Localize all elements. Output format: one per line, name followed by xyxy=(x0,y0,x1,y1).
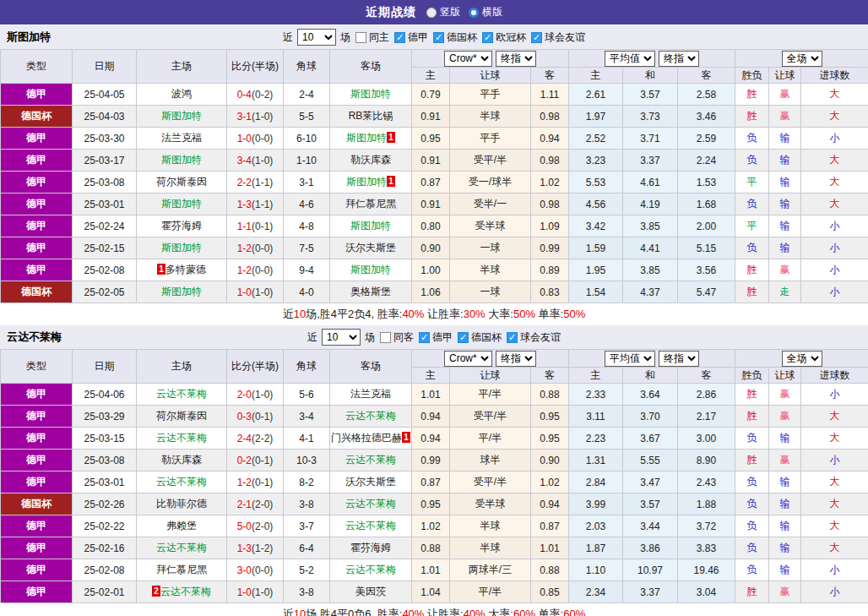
match-date: 25-02-26 xyxy=(73,493,137,515)
away-team[interactable]: 奥格斯堡 xyxy=(350,286,391,297)
home-team[interactable]: 云达不莱梅 xyxy=(156,542,207,553)
away-team[interactable]: 云达不莱梅 xyxy=(345,520,396,532)
same-venue-checkbox[interactable] xyxy=(355,32,366,43)
home-team[interactable]: 霍芬海姆 xyxy=(161,220,202,232)
home-team[interactable]: 比勒菲尔德 xyxy=(156,498,207,510)
odds-type-select[interactable]: 终指 xyxy=(496,51,536,67)
league-filter-checkbox[interactable] xyxy=(394,32,405,43)
fulltime-score: 0-4 xyxy=(237,89,252,101)
away-team[interactable]: 云达不莱梅 xyxy=(345,498,396,510)
home-team[interactable]: 波鸿 xyxy=(171,88,192,100)
home-team-cell: 1多特蒙德 xyxy=(137,259,227,281)
away-team[interactable]: 云达不莱梅 xyxy=(345,564,396,575)
home-team[interactable]: 拜仁慕尼黑 xyxy=(156,564,207,575)
avg-draw-odds: 3.71 xyxy=(623,128,678,150)
odds-type-select-2[interactable]: 终指 xyxy=(659,351,699,367)
away-team[interactable]: 云达不莱梅 xyxy=(345,410,396,422)
odds-type-select[interactable]: 终指 xyxy=(496,351,536,367)
home-team[interactable]: 多特蒙德 xyxy=(165,264,206,275)
away-team[interactable]: RB莱比锡 xyxy=(349,110,393,122)
result-goals: 大 xyxy=(801,406,868,428)
summary-segment: 40% xyxy=(402,608,424,616)
home-team[interactable]: 法兰克福 xyxy=(161,132,202,144)
average-select[interactable]: 平均值 xyxy=(605,51,655,67)
league-filter-checkbox[interactable] xyxy=(531,32,542,43)
scope-select[interactable]: 全场 xyxy=(782,51,822,67)
home-team[interactable]: 斯图加特 xyxy=(161,242,202,253)
away-team[interactable]: 斯图加特 xyxy=(346,176,387,188)
away-team[interactable]: 美因茨 xyxy=(355,586,386,597)
bookmaker-select[interactable]: Crow* xyxy=(444,351,492,367)
fulltime-score: 3-0 xyxy=(237,564,252,576)
away-team[interactable]: 斯图加特 xyxy=(350,220,391,232)
away-team-cell: 云达不莱梅 xyxy=(330,559,412,581)
handicap-home-odds: 1.01 xyxy=(412,559,450,581)
away-team-cell: 霍芬海姆 xyxy=(330,537,412,559)
halftime-score: (0-1) xyxy=(252,455,273,466)
halftime-score: (1-0) xyxy=(252,586,273,598)
away-team[interactable]: 勒沃库森 xyxy=(350,154,391,166)
league-filter-checkbox[interactable] xyxy=(507,332,518,343)
home-team[interactable]: 云达不莱梅 xyxy=(160,586,211,597)
result-goals: 大 xyxy=(801,106,868,128)
league-filter-checkbox[interactable] xyxy=(419,332,430,343)
avg-draw-odds: 4.19 xyxy=(623,194,678,215)
summary-segment: 近 xyxy=(283,607,294,616)
league-badge: 德甲 xyxy=(1,194,73,215)
handicap-line: 受半/一 xyxy=(450,194,531,215)
halftime-score: (1-2) xyxy=(252,542,273,554)
filter-controls: 近10场同客德甲德国杯球会友谊 xyxy=(307,329,561,346)
avg-home-odds: 3.11 xyxy=(569,406,623,428)
result-outcome: 负 xyxy=(735,559,769,581)
away-team[interactable]: 霍芬海姆 xyxy=(350,542,391,553)
home-team[interactable]: 弗赖堡 xyxy=(166,520,197,532)
home-team[interactable]: 斯图加特 xyxy=(161,154,202,166)
away-team[interactable]: 沃尔夫斯堡 xyxy=(345,476,396,488)
match-count-select[interactable]: 10 xyxy=(297,29,336,46)
away-team[interactable]: 云达不莱梅 xyxy=(345,454,396,466)
average-select[interactable]: 平均值 xyxy=(605,351,655,367)
same-venue-checkbox[interactable] xyxy=(380,332,391,343)
result-handicap: 输 xyxy=(769,428,801,450)
match-score: 2-0(1-0) xyxy=(227,384,284,406)
avg-draw-odds: 3.85 xyxy=(623,259,678,281)
fulltime-score: 2-0 xyxy=(237,389,252,401)
corner-score: 3-4 xyxy=(284,406,330,428)
matches-table: 类型日期主场比分(半场)角球客场Crow*终指平均值终指全场主让球客主和客胜负让… xyxy=(0,349,868,603)
title-bar: 近期战绩 竖版横版 xyxy=(0,0,868,25)
home-team[interactable]: 勒沃库森 xyxy=(161,454,202,466)
match-count-select[interactable]: 10 xyxy=(322,329,361,346)
recent-label: 近 xyxy=(283,30,293,45)
corner-score: 5-2 xyxy=(284,559,330,581)
away-team[interactable]: 门兴格拉德巴赫 xyxy=(331,432,402,444)
odds-type-select-2[interactable]: 终指 xyxy=(659,51,699,67)
home-team[interactable]: 荷尔斯泰因 xyxy=(156,176,207,188)
handicap-away-odds: 0.83 xyxy=(531,281,569,303)
home-team[interactable]: 云达不莱梅 xyxy=(156,388,207,400)
league-filter-checkbox[interactable] xyxy=(458,332,469,343)
league-filter-checkbox[interactable] xyxy=(482,32,493,43)
layout-radio-unselected[interactable] xyxy=(469,8,479,18)
layout-radio-selected[interactable] xyxy=(426,8,437,18)
home-team[interactable]: 斯图加特 xyxy=(161,286,202,297)
scope-select[interactable]: 全场 xyxy=(782,351,822,367)
result-goals: 小 xyxy=(801,281,868,303)
home-team[interactable]: 云达不莱梅 xyxy=(156,432,207,444)
bookmaker-select[interactable]: Crow* xyxy=(444,51,492,67)
away-team[interactable]: 斯图加特 xyxy=(350,88,391,100)
handicap-away-odds: 1.11 xyxy=(531,84,569,106)
home-team[interactable]: 荷尔斯泰因 xyxy=(156,410,207,422)
away-team[interactable]: 沃尔夫斯堡 xyxy=(345,242,396,253)
home-team[interactable]: 斯图加特 xyxy=(161,198,202,210)
home-team[interactable]: 斯图加特 xyxy=(161,110,202,122)
league-badge: 德甲 xyxy=(1,237,73,259)
home-team[interactable]: 云达不莱梅 xyxy=(156,476,207,488)
league-filter-checkbox[interactable] xyxy=(433,32,444,43)
away-team[interactable]: 法兰克福 xyxy=(350,388,391,400)
summary-segment: 60% xyxy=(563,608,585,616)
away-team[interactable]: 斯图加特 xyxy=(350,264,391,275)
result-handicap: 赢 xyxy=(769,106,801,128)
away-team[interactable]: 拜仁慕尼黑 xyxy=(345,198,396,210)
handicap-away-odds: 0.98 xyxy=(531,150,569,172)
away-team[interactable]: 斯图加特 xyxy=(346,132,387,144)
